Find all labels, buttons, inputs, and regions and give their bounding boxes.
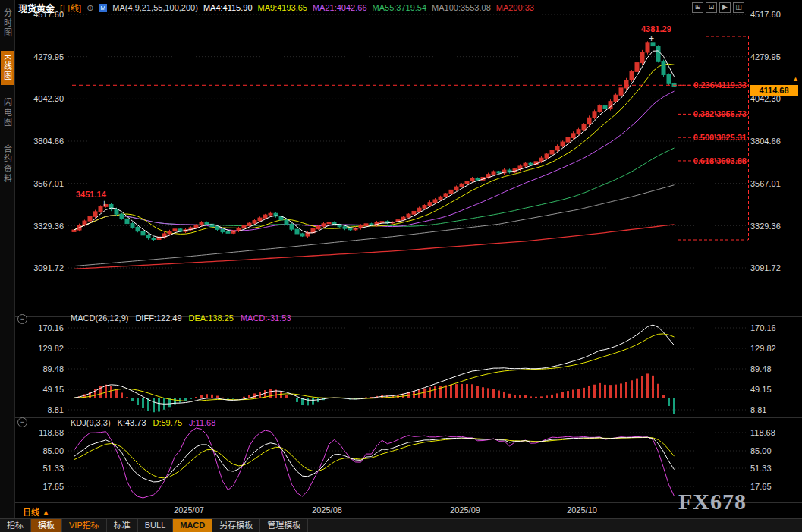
price-axis-label: 3329.36 [23,222,64,231]
boxed-layout-icon[interactable]: ⊡ [706,2,717,13]
tab-macd[interactable]: MACD [173,519,212,532]
macd-axis-label: 8.81 [23,405,64,414]
circle-plus-icon[interactable]: ⊕ [86,3,93,13]
price-axis-label: 3567.01 [750,179,799,188]
fib-236-label: 0.236\4119.33 [662,80,747,90]
panel-layout-icon[interactable]: ◫ [733,2,744,13]
ma4-legend: MA4:4115.90 [203,3,253,12]
sidebar-item-timeshare-chart[interactable]: 分时图 [1,5,14,42]
kdj-axis-label: 17.65 [23,482,64,491]
month-label: 2025/08 [300,505,354,515]
month-label: 2025/10 [555,505,609,515]
price-axis-label: 3091.72 [750,263,799,272]
macd-axis-label: 49.15 [750,385,799,394]
window-icon-group: ⊞ ⊡ ▶ ◫ [692,2,744,13]
price-axis-label: 3804.66 [750,137,799,146]
price-axis-label: 4279.95 [23,52,64,61]
macd-header: MACD(26,12,9) DIFF:122.49 DEA:138.25 MAC… [71,313,291,323]
ma-legend-prefix: MA(4,9,21,55,100,200) [112,3,198,12]
tab-standard[interactable]: 标准 [107,519,138,532]
macd-axis-label: 89.48 [23,364,64,373]
sidebar-item-contract-info[interactable]: 合约资料 [1,140,14,187]
collapse-kdj-button[interactable]: − [17,417,27,427]
swing-high-cross-marker: + [102,199,107,208]
play-icon[interactable]: ▶ [719,2,731,13]
peak-cross-marker: + [649,34,654,43]
ma21-legend: MA21:4042.66 [313,3,367,12]
month-label: 2025/09 [439,505,492,515]
fx678-watermark: FX678 [678,489,747,515]
tab-manage-template[interactable]: 管理模板 [260,519,308,532]
macd-axis-label: 49.15 [23,385,64,394]
price-axis-label: 3091.72 [23,263,64,272]
macd-axis-label: 170.16 [23,323,64,332]
trading-app-window: 分时图 K线图 闪电图 合约资料 现货黄金 [日线] ⊕ M MA(4,9,21… [0,0,802,532]
month-label: 2025/07 [162,505,215,515]
tab-save-template[interactable]: 另存模板 [212,519,260,532]
current-price-badge: 4114.68 [750,85,798,96]
macd-axis-label: 129.82 [750,344,799,353]
macd-axis-label: 8.81 [750,405,799,414]
fib-382-label: 0.382\3956.73 [662,109,747,118]
price-axis-label: 3567.01 [23,179,64,188]
price-up-arrow-icon: ▲ [792,75,799,83]
kdj-axis-label: 85.00 [750,446,799,455]
price-axis-label: 3804.66 [23,137,64,146]
kdj-axis-label: 51.33 [750,464,799,473]
period-selector[interactable]: 日线 ▲ [23,505,50,518]
price-axis-label: 3329.36 [750,222,799,231]
kdj-d-value: D:59.75 [153,418,183,427]
kdj-axis-label: 118.68 [23,428,64,437]
macd-axis-label: 129.82 [23,344,64,353]
symbol-title: 现货黄金 [18,2,55,14]
fib-500-label: 0.500\3825.31 [662,133,747,142]
kdj-axis-label: 118.68 [750,428,799,437]
macd-dea-value: DEA:138.25 [189,313,234,323]
ma55-legend: MA55:3719.54 [373,3,427,12]
tab-template[interactable]: 模板 [31,519,62,532]
sidebar-item-lightning-chart[interactable]: 闪电图 [1,94,14,131]
kdj-params: KDJ(9,3,3) [71,418,111,427]
peak-price-label: 4381.29 [641,24,671,33]
macd-value: MACD:-31.53 [241,313,291,323]
price-axis-label: 4042.30 [23,94,64,103]
fib-618-label: 0.618\3693.88 [662,156,747,165]
macd-axis-label: 170.16 [750,323,799,332]
sidebar-item-kline-chart[interactable]: K线图 [1,51,14,85]
macd-axis-label: 89.48 [750,364,799,373]
kdj-header: KDJ(9,3,3) K:43.73 D:59.75 J:11.68 [71,418,215,427]
ma-settings-icon[interactable]: M [99,4,107,12]
kdj-axis-label: 51.33 [23,464,64,473]
period-tag[interactable]: [日线] [60,2,81,14]
tab-vip-indicator[interactable]: VIP指标 [62,519,107,532]
kdj-axis-label: 17.65 [750,482,799,491]
price-axis-label: 4279.95 [750,52,799,61]
collapse-macd-button[interactable]: − [17,314,27,324]
tab-indicator[interactable]: 指标 [0,519,31,532]
ma100-legend: MA100:3553.08 [432,3,491,12]
tab-bull[interactable]: BULL [138,519,174,532]
chart-header: 现货黄金 [日线] ⊕ M MA(4,9,21,55,100,200) MA4:… [18,2,802,14]
kdj-k-value: K:43.73 [118,418,146,427]
grid-layout-icon[interactable]: ⊞ [692,2,703,13]
ma200-legend: MA200:33 [496,3,534,12]
chart-type-sidebar: 分时图 K线图 闪电图 合约资料 [0,0,15,532]
macd-params: MACD(26,12,9) [71,313,128,323]
kdj-axis-label: 85.00 [23,446,64,455]
ma9-legend: MA9:4193.65 [258,3,307,12]
bottom-toolbar: 指标 模板 VIP指标 标准 BULL MACD 另存模板 管理模板 [0,518,802,532]
kdj-j-value: J:11.68 [189,418,215,427]
macd-diff-value: DIFF:122.49 [135,313,181,323]
